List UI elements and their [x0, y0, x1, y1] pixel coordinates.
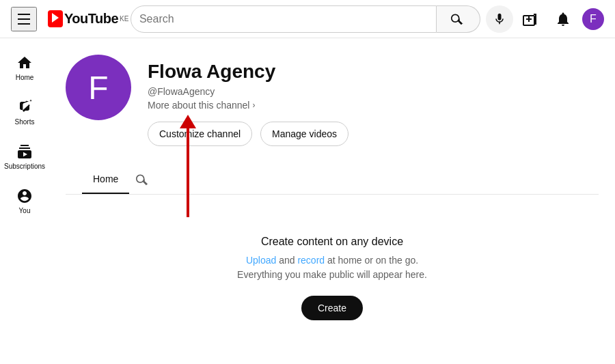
- bell-icon: [555, 11, 571, 27]
- you-icon: [16, 188, 33, 204]
- shorts-icon: [16, 99, 33, 115]
- sidebar: Home Shorts Subscriptions You: [0, 38, 49, 364]
- sidebar-item-you[interactable]: You: [3, 180, 46, 221]
- upload-link[interactable]: Upload: [246, 255, 276, 266]
- logo-country: KE: [120, 15, 128, 23]
- channel-handle: @FlowaAgency: [148, 86, 348, 97]
- create-button[interactable]: Create: [301, 296, 363, 320]
- header-right: F: [517, 5, 604, 33]
- empty-state: Create content on any device Upload and …: [49, 195, 615, 361]
- sidebar-label-shorts: Shorts: [15, 118, 35, 126]
- search-icon: [451, 12, 465, 26]
- tab-search-button[interactable]: [135, 171, 151, 188]
- sidebar-label-you: You: [19, 207, 31, 214]
- empty-desc-line1: Upload and record at home or on the go.: [246, 255, 418, 266]
- menu-button[interactable]: [11, 7, 37, 31]
- channel-name: Flowa Agency: [148, 60, 348, 83]
- channel-actions: Customize channel Manage videos: [148, 122, 348, 146]
- channel-avatar: F: [66, 55, 131, 120]
- logo-text: YouTube: [64, 11, 118, 27]
- youtube-logo[interactable]: YouTubeKE: [48, 10, 128, 27]
- manage-videos-button[interactable]: Manage videos: [260, 122, 348, 146]
- home-icon: [16, 55, 33, 71]
- sidebar-item-subscriptions[interactable]: Subscriptions: [3, 135, 46, 177]
- sidebar-label-home: Home: [16, 74, 34, 81]
- tab-home[interactable]: Home: [82, 165, 129, 194]
- search-bar: [131, 5, 513, 33]
- create-icon: [522, 11, 538, 27]
- more-about-text: More about this channel: [148, 100, 249, 111]
- chevron-right-icon: ›: [252, 100, 255, 110]
- sidebar-label-subscriptions: Subscriptions: [4, 163, 45, 170]
- sidebar-item-shorts[interactable]: Shorts: [3, 91, 46, 132]
- search-button[interactable]: [437, 5, 480, 33]
- record-link[interactable]: record: [297, 255, 325, 266]
- channel-details: Flowa Agency @FlowaAgency More about thi…: [148, 55, 348, 146]
- user-avatar-button[interactable]: F: [582, 8, 604, 30]
- yt-icon: [48, 10, 63, 27]
- mic-icon: [493, 12, 506, 26]
- channel-header: F Flowa Agency @FlowaAgency More about t…: [49, 38, 615, 195]
- empty-description: Upload and record at home or on the go. …: [237, 253, 427, 282]
- more-about-link[interactable]: More about this channel ›: [148, 100, 348, 111]
- search-icon: [136, 173, 150, 186]
- search-input[interactable]: [139, 13, 428, 25]
- subscriptions-icon: [16, 143, 33, 160]
- notifications-button[interactable]: [549, 5, 577, 33]
- main-content: F Flowa Agency @FlowaAgency More about t…: [49, 0, 615, 364]
- channel-info: F Flowa Agency @FlowaAgency More about t…: [66, 55, 599, 160]
- header: YouTubeKE F: [0, 0, 615, 38]
- mic-button[interactable]: [486, 5, 513, 33]
- empty-title: Create content on any device: [261, 236, 403, 248]
- create-button[interactable]: [517, 5, 544, 33]
- customize-channel-button[interactable]: Customize channel: [148, 122, 252, 146]
- channel-tabs: Home: [66, 165, 599, 195]
- search-input-wrap: [131, 5, 437, 33]
- sidebar-item-home[interactable]: Home: [3, 46, 46, 88]
- header-left: YouTubeKE: [11, 7, 128, 31]
- empty-desc-line2: Everything you make public will appear h…: [237, 269, 427, 280]
